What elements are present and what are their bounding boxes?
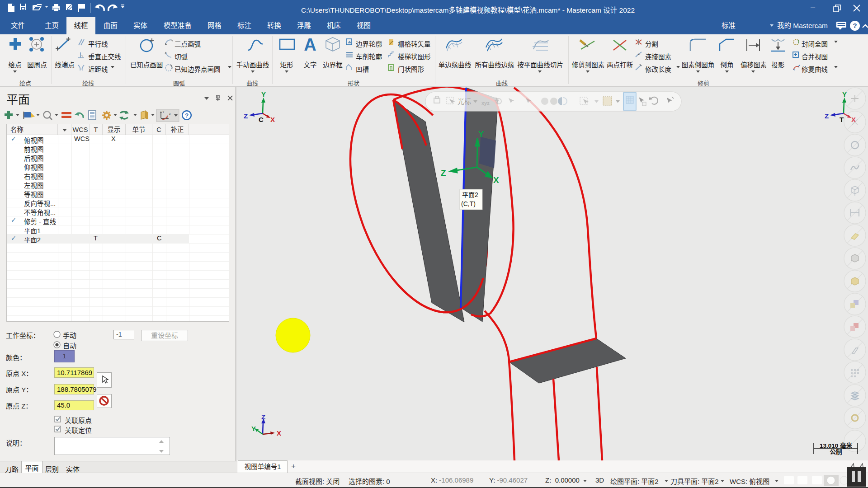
svg-text:X: X: [851, 116, 856, 123]
svg-text:Y: Y: [162, 110, 165, 113]
svg-text:X: X: [270, 116, 275, 123]
svg-text:Y: Y: [842, 90, 847, 98]
svg-text:?: ?: [853, 22, 857, 29]
svg-text:z: z: [169, 112, 171, 115]
svg-text:Z: Z: [825, 112, 829, 120]
svg-text:Z: Z: [441, 168, 446, 178]
svg-text:A: A: [304, 36, 316, 54]
svg-text:Y: Y: [251, 425, 256, 432]
svg-text:X: X: [277, 429, 281, 437]
svg-text:Y: Y: [261, 90, 266, 98]
svg-text:T: T: [840, 116, 844, 123]
svg-text:平面2: 平面2: [462, 191, 478, 198]
svg-text:X: X: [493, 175, 499, 185]
svg-text:光标: 光标: [458, 98, 471, 105]
svg-text:xyz: xyz: [481, 100, 490, 106]
svg-text:13.010 毫米: 13.010 毫米: [820, 442, 853, 449]
svg-text:C: C: [259, 116, 264, 123]
svg-text:?: ?: [185, 112, 189, 119]
svg-text:Z: Z: [261, 413, 265, 421]
svg-text:Z: Z: [244, 112, 248, 120]
svg-text:公制: 公制: [830, 448, 842, 455]
svg-text:(C,T): (C,T): [461, 200, 476, 207]
svg-text:Y: Y: [478, 129, 484, 139]
